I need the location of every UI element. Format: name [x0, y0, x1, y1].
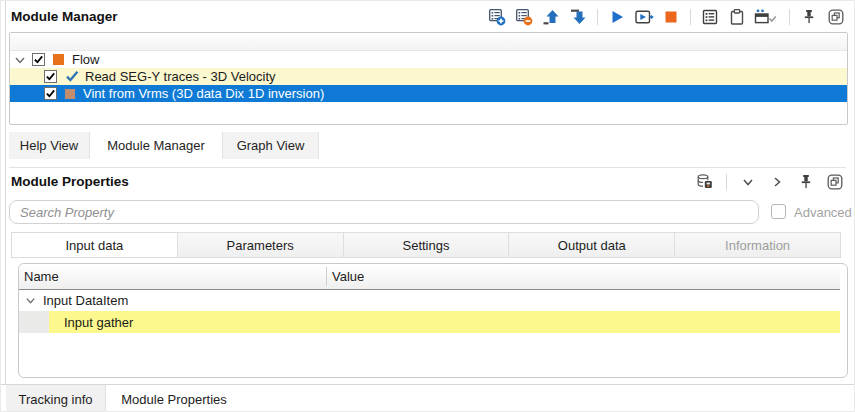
- vint-checkbox[interactable]: [44, 87, 57, 100]
- remove-module-icon[interactable]: [513, 6, 535, 28]
- pin-icon[interactable]: [795, 171, 817, 193]
- run-flow-icon[interactable]: [633, 6, 655, 28]
- tab-label: Help View: [20, 138, 78, 153]
- module-properties-toolbar: [694, 171, 846, 193]
- flow-checkbox[interactable]: [32, 53, 45, 66]
- module-tree-header: [10, 33, 847, 51]
- toolbar-separator: [597, 9, 598, 25]
- database-save-icon[interactable]: [694, 171, 716, 193]
- module-manager-title: Module Manager: [11, 9, 118, 24]
- tab-module-manager[interactable]: Module Manager: [90, 132, 223, 159]
- column-divider[interactable]: [326, 267, 327, 286]
- chevron-down-icon[interactable]: [14, 54, 26, 66]
- tab-graph-view[interactable]: Graph View: [223, 132, 319, 159]
- tree-row-vint-from-vrms[interactable]: Vint from Vrms (3D data Dix 1D inversion…: [10, 85, 847, 102]
- advanced-checkbox[interactable]: [771, 204, 786, 219]
- vint-module-icon: [65, 89, 75, 99]
- table-header: Name Value: [19, 264, 840, 290]
- property-tabs: Input data Parameters Settings Output da…: [11, 232, 841, 258]
- toolbar-separator: [789, 9, 790, 25]
- tree-row-label: Vint from Vrms (3D data Dix 1D inversion…: [83, 86, 324, 101]
- chevron-down-icon[interactable]: [25, 295, 36, 306]
- tree-row-flow[interactable]: Flow: [10, 51, 847, 68]
- tab-tracking-info[interactable]: Tracking info: [6, 385, 106, 412]
- read-segy-checkbox[interactable]: [44, 70, 57, 83]
- blue-check-icon: [65, 70, 79, 83]
- add-module-icon[interactable]: [486, 6, 508, 28]
- tab-settings[interactable]: Settings: [343, 232, 510, 258]
- move-up-icon[interactable]: [540, 6, 562, 28]
- dock-window-icon[interactable]: [825, 6, 847, 28]
- tab-label: Settings: [403, 238, 450, 253]
- run-icon[interactable]: [606, 6, 628, 28]
- tab-label: Output data: [558, 238, 626, 253]
- row-header-cell[interactable]: [19, 311, 49, 333]
- report-icon[interactable]: [699, 6, 721, 28]
- pin-icon[interactable]: [798, 6, 820, 28]
- table-row-input-dataitem[interactable]: Input DataItem: [19, 290, 840, 311]
- tab-parameters[interactable]: Parameters: [177, 232, 344, 258]
- tab-label: Module Properties: [121, 392, 227, 407]
- paste-icon[interactable]: [726, 6, 748, 28]
- search-property-input[interactable]: [9, 200, 759, 224]
- tab-label: Information: [725, 238, 790, 253]
- tab-output-data[interactable]: Output data: [508, 232, 675, 258]
- toolbar-separator: [690, 9, 691, 25]
- tree-row-label: Read SEG-Y traces - 3D Velocity: [85, 69, 276, 84]
- module-tree: Flow Read SEG-Y traces - 3D Velocity Vin…: [9, 32, 848, 125]
- advanced-label: Advanced: [794, 205, 852, 220]
- panel-divider: [9, 167, 846, 168]
- properties-table: Name Value Input DataItem Input gather: [18, 263, 848, 378]
- chevron-right-icon[interactable]: [766, 171, 788, 193]
- module-properties-title: Module Properties: [11, 174, 129, 189]
- toolbar-separator: [726, 174, 727, 190]
- tree-row-read-segy[interactable]: Read SEG-Y traces - 3D Velocity: [10, 68, 847, 85]
- tree-row-label: Flow: [72, 52, 99, 67]
- tab-module-properties[interactable]: Module Properties: [106, 385, 242, 412]
- tab-input-data[interactable]: Input data: [11, 232, 178, 258]
- dock-window-icon[interactable]: [824, 171, 846, 193]
- tab-label: Parameters: [227, 238, 294, 253]
- table-row-input-gather[interactable]: Input gather: [19, 311, 840, 333]
- tab-label: Input data: [65, 238, 123, 253]
- panel-left-edge: [5, 1, 6, 411]
- module-manager-toolbar: [486, 6, 847, 28]
- chevron-down-icon[interactable]: [737, 171, 759, 193]
- tab-label: Tracking info: [19, 392, 93, 407]
- tab-help-view[interactable]: Help View: [9, 132, 90, 159]
- bottom-tabs: Tracking info Module Properties: [1, 384, 854, 412]
- tab-label: Graph View: [237, 138, 305, 153]
- tab-label: Module Manager: [107, 138, 205, 153]
- view-tabs: Help View Module Manager Graph View: [9, 132, 319, 159]
- flow-module-icon: [53, 54, 64, 65]
- move-down-icon[interactable]: [567, 6, 589, 28]
- row-label: Input DataItem: [43, 293, 128, 308]
- column-header-name: Name: [19, 269, 59, 284]
- column-header-value: Value: [332, 269, 364, 284]
- tab-information[interactable]: Information: [674, 232, 841, 258]
- application-window: Module Manager: [0, 0, 855, 412]
- new-window-check-icon[interactable]: [753, 6, 781, 28]
- stop-icon[interactable]: [660, 6, 682, 28]
